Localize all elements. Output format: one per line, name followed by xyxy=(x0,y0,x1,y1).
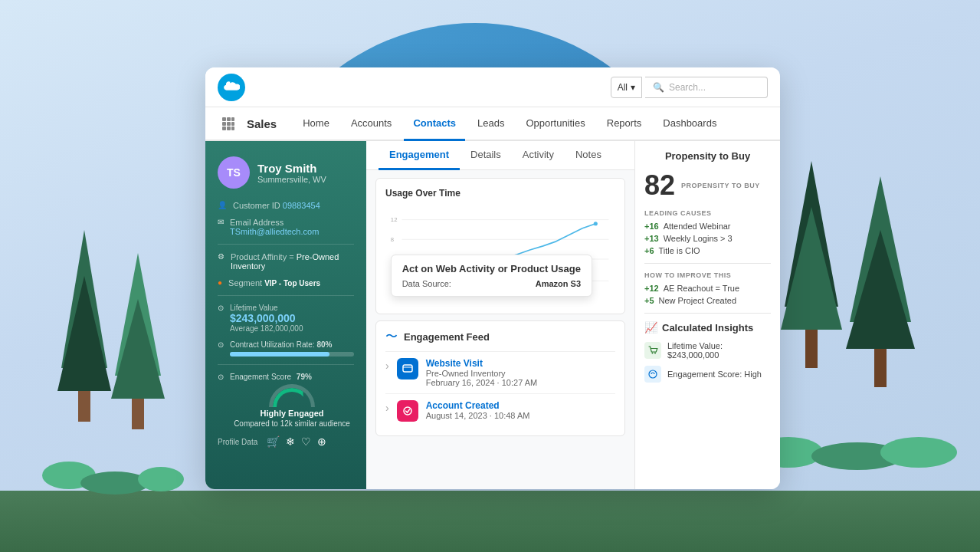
svg-marker-10 xyxy=(781,207,842,330)
svg-rect-26 xyxy=(231,127,234,130)
segment-value: VIP - Top Users xyxy=(264,279,320,288)
insight-engagement-icon xyxy=(644,366,661,383)
contract-field: ⊙ Contract Utilization Rate: 80% xyxy=(218,340,354,356)
email-label: Email Address xyxy=(230,218,284,227)
improve-value-1: +12 xyxy=(644,284,659,293)
engagement-score-field: ⊙ Enagement Score 79% Highly Engaged Com… xyxy=(218,373,354,428)
lifetime-avg: Average 182,000,000 xyxy=(230,324,303,333)
app-switcher-button[interactable] xyxy=(218,113,239,134)
feed-header: 〜 Engagement Feed xyxy=(385,329,615,345)
contract-rate: 80% xyxy=(316,340,332,349)
insight-lifetime-text: Lifetime Value: $243,000,000 xyxy=(667,341,771,360)
engagement-score: 79% xyxy=(297,373,312,381)
website-visit-icon xyxy=(397,358,418,380)
contract-progress-bar xyxy=(230,352,354,356)
score-number: 82 xyxy=(644,169,675,202)
svg-point-44 xyxy=(649,370,657,378)
svg-rect-22 xyxy=(227,122,231,126)
svg-marker-1 xyxy=(57,276,111,391)
nav-opportunities[interactable]: Opportunities xyxy=(516,107,594,141)
cause-value-3: +6 xyxy=(644,246,654,255)
cause-item-3: +6 Title is CIO xyxy=(644,246,771,255)
customer-id-value: 09883454 xyxy=(283,201,320,210)
nav-accounts[interactable]: Accounts xyxy=(342,107,401,141)
nav-leads[interactable]: Leads xyxy=(468,107,513,141)
chart-tooltip: Act on Web Activity or Product Usage Dat… xyxy=(391,255,592,297)
feed-wave-icon: 〜 xyxy=(385,329,398,345)
svg-rect-11 xyxy=(805,330,818,368)
svg-rect-2 xyxy=(78,391,90,422)
heart-icon: ♡ xyxy=(301,435,311,448)
feed-content-1: Website Visit Pre-Owned Inventory Februa… xyxy=(426,358,615,387)
nav-dashboards[interactable]: Dashboards xyxy=(654,107,726,141)
app-name: Sales xyxy=(247,117,277,130)
segment-icon: ● xyxy=(218,278,222,287)
cart-icon: 🛒 xyxy=(267,435,280,448)
search-icon: 🔍 xyxy=(653,82,664,93)
tab-engagement[interactable]: Engagement xyxy=(379,141,460,170)
svg-rect-14 xyxy=(874,349,887,387)
engagement-icon: ⊙ xyxy=(218,373,224,381)
tooltip-datasource-row: Data Source: Amazon S3 xyxy=(402,279,581,288)
engagement-gauge: Highly Engaged Compared to 12k similar a… xyxy=(230,384,354,428)
feed-item-title-2[interactable]: Account Created xyxy=(426,400,615,411)
svg-point-42 xyxy=(652,353,654,354)
search-all-label: All xyxy=(618,82,628,93)
improve-item-2: +5 New Project Created xyxy=(644,296,771,305)
right-panel: Propensity to Buy 82 PROPENSITY TO BUY L… xyxy=(634,141,780,489)
sidebar-divider-2 xyxy=(218,295,354,296)
svg-point-17 xyxy=(880,437,957,468)
tab-bar: Engagement Details Activity Notes xyxy=(366,141,634,170)
feed-item-title-1[interactable]: Website Visit xyxy=(426,358,615,369)
svg-rect-23 xyxy=(231,122,234,126)
nav-contacts[interactable]: Contacts xyxy=(404,107,465,141)
improve-label-2: New Project Created xyxy=(659,296,737,305)
insights-chart-icon: 📈 xyxy=(644,321,657,334)
nav-bar: Sales Home Accounts Contacts Leads Oppor… xyxy=(205,107,780,141)
right-divider-2 xyxy=(644,313,771,314)
top-bar: All ▾ 🔍 Search... xyxy=(205,67,780,107)
improve-label-1: AE Reachout = True xyxy=(664,284,739,293)
feed-item-sub-1: Pre-Owned Inventory xyxy=(426,369,615,378)
svg-rect-24 xyxy=(222,127,226,130)
contract-icon: ⊙ xyxy=(218,340,224,349)
tab-details[interactable]: Details xyxy=(460,141,512,170)
feed-item-date-1: February 16, 2024 · 10:27 AM xyxy=(426,378,615,387)
feed-expand-1[interactable]: › xyxy=(385,360,389,372)
insight-cart-icon xyxy=(644,342,661,359)
engagement-status: Highly Engaged xyxy=(260,409,323,418)
nav-home[interactable]: Home xyxy=(293,107,339,141)
tooltip-datasource-value: Amazon S3 xyxy=(536,279,581,288)
svg-rect-18 xyxy=(222,117,226,121)
feed-title: Engagement Feed xyxy=(404,331,490,343)
tab-activity[interactable]: Activity xyxy=(512,141,565,170)
insight-engagement-text: Engagement Score: High xyxy=(667,370,762,379)
social-icon: ⊕ xyxy=(317,435,326,448)
profile-data-label: Profile Data xyxy=(218,438,257,446)
feed-section: 〜 Engagement Feed › Website Visit Pre-Ow… xyxy=(375,320,625,436)
tab-notes[interactable]: Notes xyxy=(565,141,612,170)
calculated-insights-title: 📈 Calculated Insights xyxy=(644,321,771,334)
customer-id-icon: 👤 xyxy=(218,201,227,209)
nav-reports[interactable]: Reports xyxy=(598,107,651,141)
search-container: All ▾ 🔍 Search... xyxy=(611,77,768,98)
email-icon: ✉ xyxy=(218,218,224,226)
feed-item-date-2: August 14, 2023 · 10:48 AM xyxy=(426,411,615,420)
sidebar-divider-1 xyxy=(218,244,354,245)
lifetime-label: Lifetime Value xyxy=(230,304,303,312)
product-affinity-label: Product Affinity = xyxy=(231,252,297,261)
propensity-title: Propensity to Buy xyxy=(644,150,771,162)
tooltip-datasource-label: Data Source: xyxy=(402,279,451,288)
feed-expand-2[interactable]: › xyxy=(385,402,389,414)
tooltip-title: Act on Web Activity or Product Usage xyxy=(402,263,581,274)
search-box[interactable]: 🔍 Search... xyxy=(645,77,768,98)
feed-content-2: Account Created August 14, 2023 · 10:48 … xyxy=(426,400,615,420)
contract-progress-fill xyxy=(230,352,329,356)
svg-marker-13 xyxy=(846,230,915,349)
cause-label-2: Weekly Logins > 3 xyxy=(664,234,733,243)
svg-point-7 xyxy=(80,472,149,495)
search-all-dropdown[interactable]: All ▾ xyxy=(611,77,642,98)
email-value: TSmith@alliedtech.com xyxy=(230,227,319,236)
engagement-label: Enagement Score xyxy=(230,373,291,381)
profile-data-row: Profile Data 🛒 ❄ ♡ ⊕ xyxy=(218,435,354,448)
